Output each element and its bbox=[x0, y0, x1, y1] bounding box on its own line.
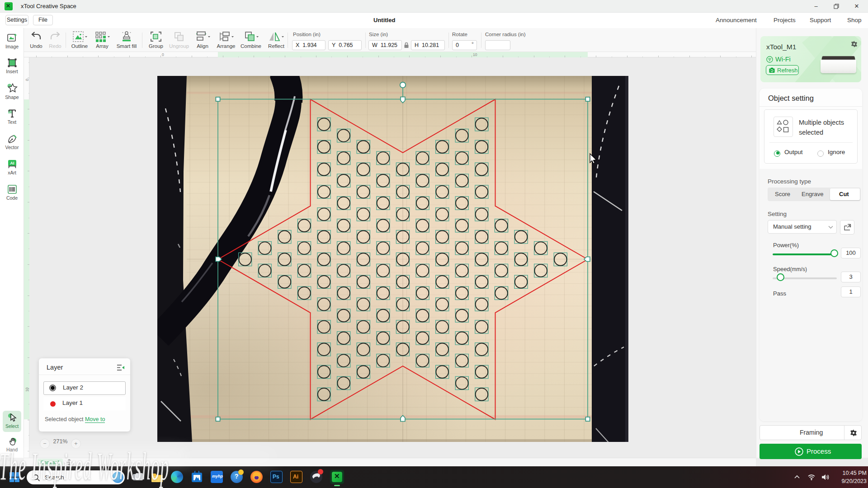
svg-text:AI: AI bbox=[10, 161, 14, 165]
